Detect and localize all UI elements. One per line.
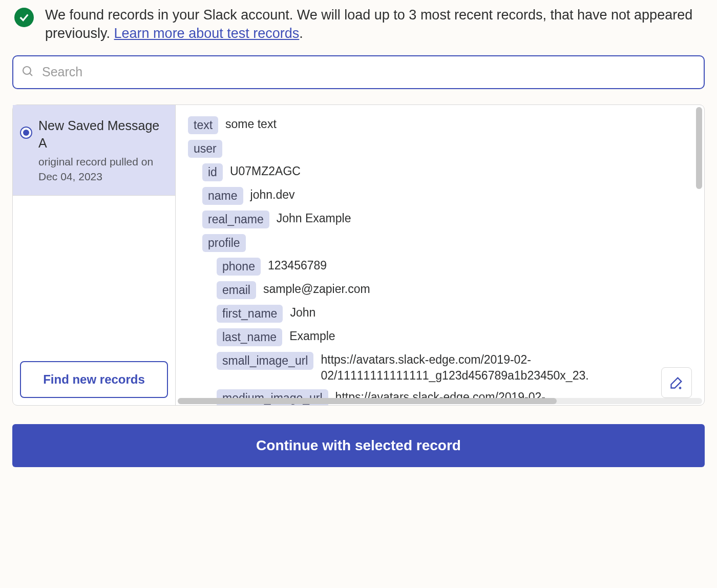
field-key-first-name: first_name <box>217 305 283 323</box>
details-scroll[interactable]: text some text user id U07MZ2AGC name jo… <box>176 105 704 405</box>
learn-more-link[interactable]: Learn more about test records <box>114 26 300 41</box>
svg-point-0 <box>23 67 31 74</box>
record-title: New Saved Message A <box>38 117 166 152</box>
field-key-email: email <box>217 281 256 299</box>
field-val-real-name: John Example <box>277 211 351 226</box>
field-val-name: john.dev <box>250 187 295 203</box>
records-panel: New Saved Message A original record pull… <box>12 104 705 406</box>
edit-button[interactable] <box>661 367 692 398</box>
record-details: text some text user id U07MZ2AGC name jo… <box>176 105 704 405</box>
field-key-small-image-url: small_image_url <box>217 352 313 370</box>
field-val-email: sample@zapier.com <box>263 281 370 297</box>
search-icon <box>22 65 34 79</box>
field-val-first-name: John <box>290 305 315 321</box>
success-check-icon <box>14 8 34 27</box>
record-radio[interactable] <box>20 127 32 139</box>
info-text-period: . <box>299 26 303 41</box>
field-key-name: name <box>202 187 243 205</box>
vertical-scrollbar[interactable] <box>696 107 702 403</box>
records-list: New Saved Message A original record pull… <box>13 105 176 405</box>
field-key-user: user <box>188 140 222 158</box>
svg-line-1 <box>30 73 32 76</box>
continue-button[interactable]: Continue with selected record <box>12 424 705 467</box>
search-box[interactable] <box>12 55 705 89</box>
field-val-small-image-url: https://avatars.slack-edge.com/2019-02-0… <box>321 352 692 384</box>
field-val-last-name: Example <box>289 328 335 344</box>
info-banner: We found records in your Slack account. … <box>12 6 705 55</box>
field-key-text: text <box>188 116 218 134</box>
field-key-phone: phone <box>217 258 261 276</box>
field-key-id: id <box>202 163 223 181</box>
horizontal-scrollbar[interactable] <box>178 398 702 404</box>
field-key-last-name: last_name <box>217 328 282 346</box>
find-new-records-button[interactable]: Find new records <box>20 361 168 398</box>
record-item[interactable]: New Saved Message A original record pull… <box>13 105 175 196</box>
field-key-profile: profile <box>202 234 246 252</box>
field-key-real-name: real_name <box>202 211 269 228</box>
search-input[interactable] <box>41 64 695 80</box>
field-val-phone: 123456789 <box>268 258 327 274</box>
record-subtitle: original record pulled on Dec 04, 2023 <box>38 155 166 184</box>
info-text: We found records in your Slack account. … <box>45 6 703 43</box>
field-val-text: some text <box>225 116 277 132</box>
field-val-id: U07MZ2AGC <box>230 163 301 179</box>
